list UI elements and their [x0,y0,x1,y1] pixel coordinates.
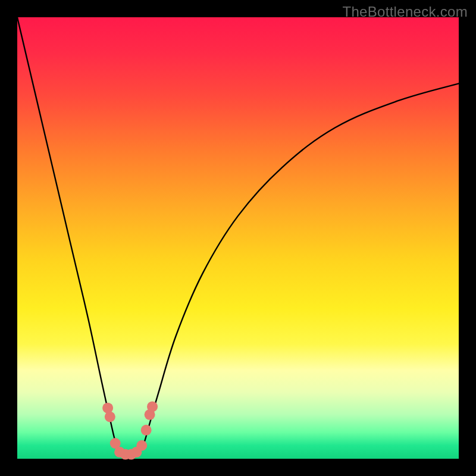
curve-path [17,17,459,456]
data-marker [141,425,152,436]
data-marker [147,401,158,412]
data-marker [105,412,115,422]
data-marker [136,440,147,451]
marker-group [102,401,158,459]
chart-frame: TheBottleneck.com [0,0,476,476]
watermark-text: TheBottleneck.com [342,4,468,20]
chart-svg [17,17,459,459]
